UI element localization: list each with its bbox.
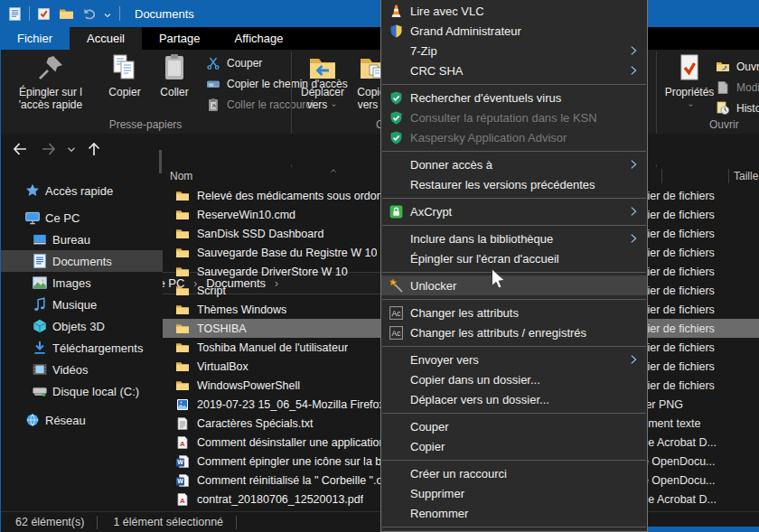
video-icon (32, 361, 48, 378)
menu-separator (382, 225, 646, 226)
sidebar-item-images[interactable]: Images (0, 272, 163, 294)
folder-icon (175, 265, 190, 279)
properties-button[interactable]: Propriétés (660, 53, 719, 105)
menu-item-grand-administrateur[interactable]: Grand Administrateur (381, 21, 647, 41)
attr-icon: Ac (389, 325, 404, 341)
recent-locations-chevron-icon[interactable] (65, 140, 78, 158)
submenu-chevron-icon (627, 44, 640, 57)
menu-separator (382, 460, 646, 461)
menu-item-copier-dans-un-dossier[interactable]: Copier dans un dossier... (381, 369, 647, 389)
svg-text:A: A (180, 497, 185, 505)
axcrypt-icon (389, 204, 404, 219)
sidebar-item-bureau[interactable]: Bureau (0, 229, 163, 250)
menu-item-d-placer-vers-un-dossier[interactable]: Déplacer vers un dossier... (381, 389, 647, 409)
copy-label: Copier (108, 86, 140, 98)
sidebar-item-vid-os[interactable]: Vidéos (0, 359, 163, 380)
chevron-down-icon (330, 98, 338, 105)
menu-item-envoyer-vers[interactable]: Envoyer vers (381, 350, 647, 369)
menu-item-kaspersky-application-advisor[interactable]: Kaspersky Application Advisor (381, 127, 647, 147)
menu-item-inclure-dans-la-biblioth-que[interactable]: Inclure dans la bibliothèque (381, 229, 647, 248)
folder-icon (175, 303, 190, 317)
divider (119, 6, 120, 21)
pdf-icon: A (175, 492, 190, 507)
menu-item-supprimer[interactable]: Supprimer (381, 483, 647, 503)
svg-text:W: W (177, 478, 183, 484)
column-divider[interactable] (728, 169, 729, 183)
back-button[interactable] (11, 140, 29, 158)
pin-label-line1: Épingler sur l (19, 86, 82, 98)
scissors-icon (206, 56, 220, 70)
tab-affichage[interactable]: Affichage (217, 27, 300, 50)
up-button[interactable] (85, 140, 103, 158)
column-header-size[interactable]: Taille (734, 170, 758, 182)
menu-separator (382, 346, 646, 347)
tab-accueil[interactable]: Accueil (70, 27, 142, 50)
edit-page-icon (716, 80, 730, 95)
star-icon (24, 182, 41, 199)
network-icon (24, 412, 41, 428)
sidebar-item-t-l-chargements[interactable]: Téléchargements (0, 337, 163, 359)
folder-icon (175, 208, 190, 222)
sidebar-scrollbar[interactable] (159, 150, 162, 173)
submenu-chevron-icon (627, 205, 640, 218)
folder-icon (175, 359, 190, 374)
menu-separator (382, 413, 646, 414)
submenu-chevron-icon (627, 64, 640, 77)
folder-icon (175, 378, 190, 393)
note-icon (32, 296, 48, 313)
sidebar-item-objets-3d[interactable]: Objets 3D (0, 315, 163, 337)
tab-fichier[interactable]: Fichier (0, 27, 70, 50)
menu-item-cr-er-un-raccourci[interactable]: Créer un raccourci (381, 463, 647, 483)
svg-text:Ac: Ac (392, 308, 402, 317)
column-header-name[interactable]: Nom (170, 170, 192, 182)
menu-separator (382, 151, 646, 152)
menu-item-donner-acc-s[interactable]: Donner accès à (381, 154, 647, 174)
paste-button[interactable]: Coller (152, 53, 197, 98)
folder-icon (175, 322, 190, 336)
menu-item-copier[interactable]: Copier (381, 436, 647, 456)
menu-item-lire-avec-vlc[interactable]: Lire avec VLC (381, 1, 647, 21)
menu-item-changer-les-attributs-enregistr-s[interactable]: Ac Changer les attributs / enregistrés (381, 322, 647, 342)
menu-item-7-zip[interactable]: 7-Zip (381, 41, 647, 61)
open-group-label: Ouvrir (709, 118, 739, 131)
menu-item-changer-les-attributs[interactable]: Ac Changer les attributs (381, 303, 647, 322)
menu-item-pingler-sur-l-cran-d-accueil[interactable]: Épingler sur l'écran d'accueil (381, 248, 647, 268)
move-to-button[interactable]: Déplacer vers (296, 53, 349, 111)
open-button[interactable]: Ouvrir (716, 56, 759, 77)
checkbox-icon[interactable] (36, 6, 52, 22)
pin-quick-access-button[interactable]: Épingler sur l 'accès rapide (5, 53, 96, 111)
qat-chevron-down-icon[interactable] (102, 8, 113, 19)
window-title: Documents (135, 7, 194, 21)
forward-button[interactable] (40, 140, 58, 158)
menu-item-restaurer-les-versions-pr-c-dentes[interactable]: Restaurer les versions précédentes (381, 174, 647, 194)
sidebar-item-acc-s-rapide[interactable]: Accès rapide (0, 180, 163, 201)
folder-icon[interactable] (59, 6, 74, 22)
undo-icon[interactable] (81, 6, 97, 22)
copy-icon (110, 53, 139, 82)
sidebar-item-r-seau[interactable]: Réseau (0, 409, 163, 431)
pdf-icon: A (175, 435, 190, 450)
sidebar-item-disque-local-c-[interactable]: Disque local (C:) (0, 380, 163, 402)
submenu-chevron-icon (627, 232, 640, 245)
column-divider[interactable] (661, 169, 662, 183)
history-button[interactable]: Historique (716, 98, 759, 118)
menu-item-consulter-la-r-putation-dans-le-ksn[interactable]: Consulter la réputation dans le KSN (381, 107, 647, 127)
menu-item-renommer[interactable]: Renommer (381, 503, 647, 523)
menu-item-unlocker[interactable]: Unlocker (381, 275, 647, 295)
sidebar-item-documents[interactable]: Documents (0, 250, 163, 272)
menu-item-couper[interactable]: Couper (381, 416, 647, 436)
divider (29, 6, 30, 21)
folder-icon (175, 341, 190, 355)
sidebar-item-musique[interactable]: Musique (0, 294, 163, 315)
sidebar-item-ce-pc[interactable]: Ce PC (0, 207, 163, 229)
menu-separator (382, 299, 646, 300)
kshield-icon (389, 130, 404, 145)
copy-button[interactable]: Copier (99, 53, 150, 98)
menu-separator (382, 198, 646, 199)
menu-item-axcrypt[interactable]: AxCrypt (381, 201, 647, 221)
cut-button[interactable]: Couper (206, 52, 262, 73)
menu-item-crc-sha[interactable]: CRC SHA (381, 61, 647, 80)
edit-button[interactable]: Modifier (716, 77, 759, 98)
tab-partage[interactable]: Partage (142, 27, 218, 50)
menu-item-rechercher-d-ventuels-virus[interactable]: Rechercher d'éventuels virus (381, 88, 647, 107)
